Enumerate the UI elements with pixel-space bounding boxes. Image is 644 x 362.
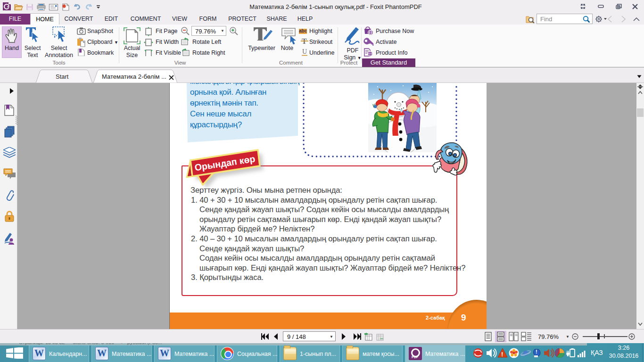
svg-text:!: ! (536, 349, 537, 354)
svg-text:Математика 2-бөлім ...: Математика 2-бөлім ... (102, 73, 166, 80)
svg-text:U: U (302, 48, 307, 55)
svg-text:!: ! (501, 351, 503, 358)
svg-text:Start: Start (56, 73, 69, 80)
